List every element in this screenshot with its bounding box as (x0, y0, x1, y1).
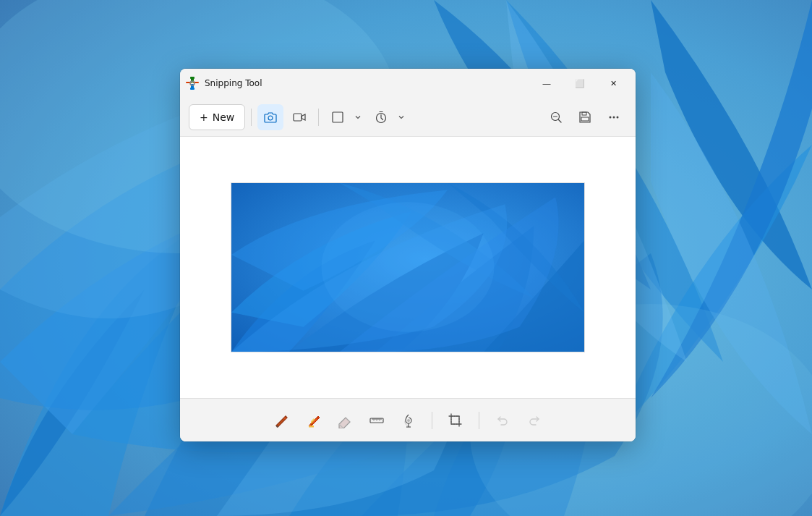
snipped-image (231, 182, 585, 352)
svg-point-21 (613, 116, 615, 118)
svg-point-13 (268, 116, 273, 120)
bottom-divider-1 (432, 412, 432, 429)
new-button-plus: + (200, 111, 208, 123)
undo-button[interactable] (488, 406, 517, 435)
toolbar-divider-2 (318, 109, 319, 126)
touch-write-button[interactable] (394, 406, 423, 435)
minimize-button[interactable]: — (530, 72, 563, 95)
snip-shape-icon (331, 111, 344, 124)
bottom-divider-2 (479, 412, 479, 429)
timer-button[interactable] (368, 104, 394, 130)
new-button[interactable]: + New (189, 104, 245, 130)
svg-point-24 (321, 202, 494, 331)
svg-point-27 (407, 419, 410, 422)
title-bar-left: Snipping Tool (186, 77, 530, 90)
svg-rect-15 (333, 112, 343, 122)
snip-shape-button[interactable] (325, 104, 351, 130)
content-area (180, 137, 636, 398)
svg-rect-11 (190, 77, 195, 79)
timer-group[interactable] (368, 104, 409, 130)
svg-rect-14 (294, 114, 302, 121)
new-button-label: New (213, 111, 235, 123)
more-icon (607, 111, 620, 124)
svg-rect-25 (309, 426, 314, 428)
ballpoint-pen-button[interactable] (267, 406, 296, 435)
toolbar-divider-1 (251, 109, 252, 126)
title-bar: Snipping Tool — ⬜ ✕ (180, 69, 636, 98)
undo-icon (495, 413, 510, 428)
window-title: Snipping Tool (205, 78, 262, 88)
snip-shape-group[interactable] (325, 104, 365, 130)
redo-button[interactable] (520, 406, 549, 435)
screenshot-mode-button[interactable] (257, 104, 283, 130)
timer-dropdown[interactable] (394, 104, 409, 130)
more-options-button[interactable] (601, 104, 627, 130)
svg-rect-12 (190, 88, 195, 90)
snipping-tool-window: Snipping Tool — ⬜ ✕ + New (180, 69, 636, 441)
bottom-toolbar (180, 398, 636, 441)
save-button[interactable] (572, 104, 598, 130)
video-mode-button[interactable] (286, 104, 312, 130)
window-controls: — ⬜ ✕ (530, 72, 630, 95)
svg-rect-18 (582, 112, 586, 115)
touch-write-icon (401, 413, 416, 428)
crop-icon (448, 413, 463, 428)
highlighter-button[interactable] (299, 406, 328, 435)
svg-point-22 (617, 116, 619, 118)
save-icon (578, 111, 591, 124)
svg-rect-28 (451, 416, 459, 424)
eraser-button[interactable] (330, 406, 359, 435)
camera-icon (264, 111, 277, 124)
main-toolbar: + New (180, 98, 636, 137)
zoom-button[interactable] (543, 104, 569, 130)
chevron-down-icon-2 (398, 114, 405, 121)
maximize-button[interactable]: ⬜ (563, 72, 597, 95)
snip-shape-dropdown[interactable] (351, 104, 365, 130)
highlighter-icon (305, 413, 321, 428)
ruler-button[interactable] (362, 406, 391, 435)
svg-point-20 (610, 116, 612, 118)
app-icon (186, 77, 199, 90)
ballpoint-pen-icon (273, 413, 289, 428)
ruler-icon (369, 413, 385, 428)
close-button[interactable]: ✕ (597, 72, 630, 95)
crop-button[interactable] (441, 406, 470, 435)
desktop: Snipping Tool — ⬜ ✕ + New (0, 0, 812, 516)
chevron-down-icon (354, 114, 362, 121)
video-icon (293, 111, 306, 124)
svg-rect-19 (581, 117, 589, 121)
timer-icon (375, 111, 388, 124)
redo-icon (527, 413, 542, 428)
zoom-icon (550, 111, 563, 124)
snipped-wallpaper-svg (231, 183, 584, 352)
eraser-icon (337, 413, 353, 428)
